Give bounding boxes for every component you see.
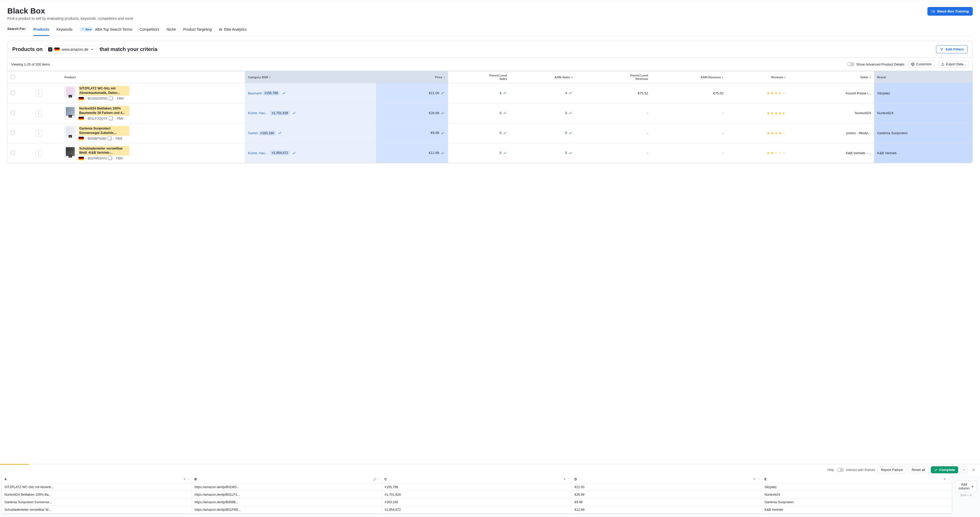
edit-filters-button[interactable]: Edit Filters — [936, 45, 968, 53]
sheet-cell[interactable]: Gartenia Sunprotect Sonnense... — [2, 498, 192, 506]
advanced-details-toggle[interactable] — [847, 62, 854, 66]
trend-icon[interactable] — [503, 91, 507, 95]
row-checkbox[interactable] — [11, 111, 15, 115]
product-thumbnail[interactable]: a — [65, 126, 76, 137]
sheet-col-a[interactable]: A — [2, 476, 192, 484]
product-title[interactable]: SITZPLATZ WC-Sitz mit Absenkautomatik, D… — [79, 86, 129, 96]
row-menu-button[interactable]: ⋮ — [36, 149, 42, 157]
product-thumbnail[interactable]: a — [65, 146, 76, 157]
sheet-col-b[interactable]: B — [192, 476, 382, 484]
sheet-cell[interactable]: #155,786 — [382, 484, 572, 491]
tab-elite-analytics[interactable]: Elite Analytics — [219, 26, 247, 36]
help-link[interactable]: Help — [827, 468, 834, 472]
trend-icon[interactable] — [503, 131, 507, 135]
trend-icon[interactable] — [569, 151, 573, 155]
trend-icon[interactable] — [503, 151, 507, 155]
category-link[interactable]: Küche, Hausha... — [248, 151, 269, 155]
row-checkbox[interactable] — [11, 91, 15, 95]
tab-keywords[interactable]: Keywords — [56, 26, 72, 36]
sheet-cell[interactable]: €26.99 — [572, 491, 762, 498]
tab-competitors[interactable]: Competitors — [140, 26, 159, 36]
product-thumbnail[interactable]: a — [65, 86, 76, 97]
trend-icon[interactable] — [503, 111, 507, 115]
sheet-col-e[interactable]: E — [762, 476, 951, 484]
price-value: €12.99 — [429, 151, 439, 155]
sheet-cell[interactable]: Sitzplatz — [762, 484, 951, 491]
close-button[interactable] — [970, 466, 977, 473]
trend-icon[interactable] — [441, 151, 445, 155]
tab-products[interactable]: Products — [33, 26, 49, 36]
trend-icon[interactable] — [441, 131, 445, 135]
sheet-cell[interactable]: €12.99 — [572, 506, 762, 514]
copy-icon[interactable] — [109, 117, 113, 121]
col-seller[interactable]: Seller — [789, 71, 874, 83]
row-menu-button[interactable]: ⋮ — [36, 130, 42, 137]
col-parent-sales[interactable]: Parent LevelSales — [448, 71, 510, 83]
cursor-icon — [563, 477, 566, 481]
trend-icon[interactable] — [282, 91, 286, 95]
tab-product-targeting[interactable]: Product Targeting — [183, 26, 212, 36]
col-parent-revenue[interactable]: Parent LevelRevenue — [576, 71, 651, 83]
category-link[interactable]: Baumarkt — [248, 92, 262, 95]
export-button[interactable]: Export Data... — [938, 61, 969, 68]
sheet-cell[interactable]: K&B Vertrieb — [762, 506, 951, 514]
category-link[interactable]: Garten — [248, 131, 258, 135]
col-brand[interactable]: Brand — [874, 71, 972, 83]
sheet-cell[interactable]: Gartenia Sunprotect — [762, 498, 951, 506]
tab-aba-top-search-terms[interactable]: New ABA Top Search Terms — [80, 26, 132, 36]
sheet-cell[interactable]: €21.00 — [572, 484, 762, 491]
sheet-cell[interactable]: SITZPLATZ WC-Sitz mit Absenk... — [2, 484, 192, 491]
copy-icon[interactable] — [108, 137, 111, 140]
sheet-cell[interactable]: https://amazon.de/dp/B01FM5... — [192, 506, 382, 514]
marketplace-select[interactable]: a www.amazon.de — [45, 46, 97, 53]
trend-icon[interactable] — [441, 111, 445, 115]
report-failure-button[interactable]: Report Failure — [878, 466, 906, 473]
row-checkbox[interactable] — [11, 151, 15, 155]
reset-all-button[interactable]: Reset all — [908, 466, 928, 473]
complete-button[interactable]: Complete — [931, 466, 958, 473]
sheet-cell[interactable]: #1,954,872 — [382, 506, 572, 514]
trend-icon[interactable] — [278, 131, 282, 135]
product-thumbnail[interactable]: a — [65, 106, 76, 117]
col-price[interactable]: Price — [376, 71, 448, 83]
sheet-col-d[interactable]: D — [572, 476, 762, 484]
sheet-cell[interactable]: #183,160 — [382, 498, 572, 506]
sheet-cell[interactable]: https://amazon.de/dp/B01MS... — [192, 484, 382, 491]
collapse-button[interactable] — [961, 466, 967, 473]
row-menu-button[interactable]: ⋮ — [36, 89, 42, 97]
trend-icon[interactable] — [441, 91, 445, 95]
sheet-cell[interactable]: Nurtextil24 Bettlaken 100% Ba... — [2, 491, 192, 498]
select-all-checkbox[interactable] — [11, 75, 15, 79]
trend-icon[interactable] — [569, 111, 573, 115]
add-column-button[interactable]: Add column + — [955, 481, 977, 492]
sheet-col-c[interactable]: C — [382, 476, 572, 484]
product-title[interactable]: Gartenia Sunprotect Sonnensegel Zubehör,… — [79, 126, 129, 136]
product-title[interactable]: Schubladenteiler verstellbar Weiß -K&B V… — [79, 146, 129, 156]
sheet-cell[interactable]: https://amazon.de/dp/B01LF2... — [192, 491, 382, 498]
iframes-toggle[interactable] — [837, 468, 844, 472]
bsr-badge: #1,701,828 — [270, 111, 290, 116]
col-asin-revenue[interactable]: ASIN Revenue — [651, 71, 727, 83]
col-category-bsr[interactable]: Category BSR — [245, 71, 376, 83]
row-checkbox[interactable] — [11, 130, 15, 135]
col-asin-sales[interactable]: ASIN Sales — [510, 71, 576, 83]
product-title[interactable]: Nurtextil24 Bettlaken 100% Baumwolle 28 … — [79, 106, 129, 116]
trend-icon[interactable] — [292, 111, 296, 115]
sheet-cell[interactable]: €9.98 — [572, 498, 762, 506]
sheet-cell[interactable]: Nurtextil24 — [762, 491, 951, 498]
copy-icon[interactable] — [108, 157, 112, 160]
row-menu-button[interactable]: ⋮ — [36, 109, 42, 117]
trend-icon[interactable] — [569, 91, 573, 95]
tab-niche[interactable]: Niche — [167, 26, 176, 36]
copy-icon[interactable] — [109, 97, 113, 100]
category-link[interactable]: Küche, Hausha... — [248, 111, 269, 115]
col-product[interactable]: Product — [61, 71, 245, 83]
sheet-cell[interactable]: Schubladenteiler verstellbar W... — [2, 506, 192, 514]
training-button[interactable]: Black Box Training — [928, 7, 973, 16]
trend-icon[interactable] — [292, 151, 296, 155]
customize-button[interactable]: Customize — [908, 61, 934, 68]
trend-icon[interactable] — [569, 131, 573, 135]
sheet-cell[interactable]: https://amazon.de/dp/B008B... — [192, 498, 382, 506]
sheet-cell[interactable]: #1,701,828 — [382, 491, 572, 498]
col-reviews[interactable]: Reviews — [727, 71, 789, 83]
